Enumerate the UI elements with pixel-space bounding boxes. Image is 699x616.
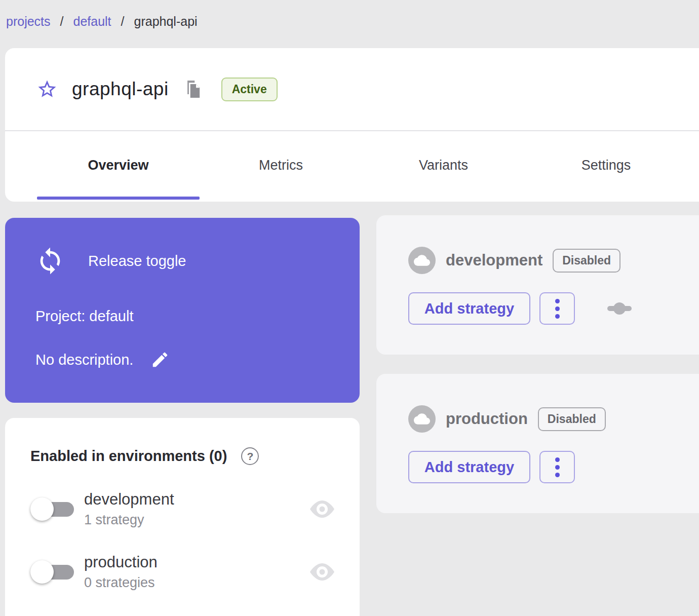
environment-row-development: development 1 strategy	[30, 490, 347, 528]
environment-toggle-switch[interactable]	[30, 560, 75, 584]
environment-row-name: production	[84, 553, 158, 571]
favorite-star-icon[interactable]	[36, 79, 58, 100]
breadcrumb-separator: /	[60, 14, 64, 29]
status-badge: Active	[221, 78, 278, 101]
environment-card-development: development Disabled Add strategy	[376, 215, 699, 355]
environment-menu-button[interactable]	[539, 292, 575, 325]
environment-name: production	[446, 410, 528, 428]
environment-row-name: development	[84, 490, 174, 509]
switch-thumb	[30, 560, 54, 584]
kebab-dot	[555, 314, 560, 319]
environment-strategy-count: 1 strategy	[84, 512, 174, 528]
visibility-eye-icon[interactable]	[309, 562, 335, 582]
tab-overview[interactable]: Overview	[37, 131, 200, 200]
environment-card-production: production Disabled Add strategy	[376, 374, 699, 513]
toggle-type-card: Release toggle Project: default No descr…	[5, 218, 360, 403]
kebab-dot	[555, 299, 560, 303]
feature-header: graphql-api Active	[5, 48, 699, 131]
toggle-type-label: Release toggle	[88, 253, 186, 270]
breadcrumb: projects / default / graphql-api	[6, 14, 198, 29]
environment-status-badge: Disabled	[538, 407, 606, 431]
description-text: No description.	[35, 352, 133, 368]
breadcrumb-current: graphql-api	[134, 14, 198, 29]
help-icon[interactable]: ?	[241, 447, 259, 465]
copy-name-icon[interactable]	[184, 80, 201, 99]
tab-settings[interactable]: Settings	[525, 131, 687, 200]
kebab-dot	[555, 306, 560, 311]
cloud-icon	[414, 413, 430, 425]
environment-menu-button[interactable]	[539, 451, 575, 483]
environment-status-badge: Disabled	[553, 249, 620, 273]
kebab-dot	[555, 457, 560, 462]
kebab-dot	[555, 465, 560, 470]
environment-strategy-count: 0 strategies	[84, 575, 158, 591]
switch-thumb	[30, 497, 54, 521]
add-strategy-button[interactable]: Add strategy	[408, 451, 530, 483]
breadcrumb-link-projects[interactable]: projects	[6, 14, 51, 29]
edit-pencil-icon[interactable]	[150, 350, 170, 369]
breadcrumb-separator: /	[121, 14, 125, 29]
project-label: Project: default	[35, 308, 360, 325]
tab-metrics[interactable]: Metrics	[200, 131, 362, 200]
strategy-slider-icon[interactable]	[606, 300, 633, 317]
breadcrumb-link-default[interactable]: default	[73, 14, 111, 29]
environment-avatar	[408, 405, 436, 433]
panel-title: Enabled in environments (0)	[30, 448, 227, 465]
environment-toggle-switch[interactable]	[30, 497, 75, 521]
sync-loop-icon	[35, 246, 65, 276]
feature-header-card: graphql-api Active Overview Metrics Vari…	[5, 48, 699, 202]
environment-avatar	[408, 247, 436, 274]
cloud-icon	[414, 255, 430, 266]
environment-row-production: production 0 strategies	[30, 553, 347, 591]
tab-variants[interactable]: Variants	[362, 131, 525, 200]
add-strategy-button[interactable]: Add strategy	[408, 292, 530, 325]
enabled-environments-panel: Enabled in environments (0) ? developmen…	[5, 418, 360, 616]
page-title: graphql-api	[72, 79, 169, 100]
kebab-dot	[555, 473, 560, 477]
environment-name: development	[446, 251, 542, 270]
visibility-eye-icon[interactable]	[309, 499, 335, 519]
tab-bar: Overview Metrics Variants Settings	[5, 131, 699, 200]
